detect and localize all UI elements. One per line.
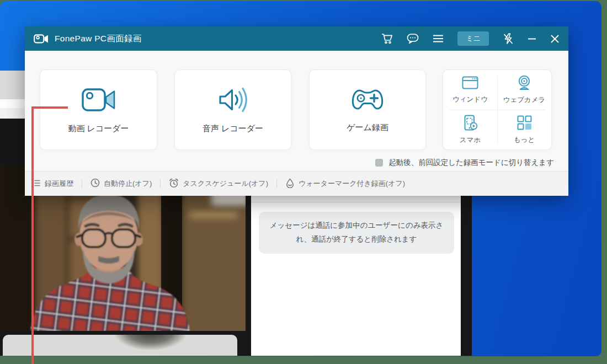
audio-recorder-card[interactable]: 音声 レコーダー xyxy=(174,69,291,150)
video-camera-icon xyxy=(81,86,117,116)
speaker-icon xyxy=(217,86,249,116)
chat-bubble-icon[interactable] xyxy=(407,33,419,44)
mode-label: ウェブカメラ xyxy=(503,95,546,105)
clock-icon xyxy=(90,178,100,189)
card-label: 動画 レコーダー xyxy=(68,124,129,134)
screen: メッセージは通話に参加中のユーザーにのみ表示され、通話が終了すると削除されます … xyxy=(0,0,607,364)
chat-panel-divider xyxy=(251,202,461,202)
game-recorder-card[interactable]: ゲーム録画 xyxy=(309,69,426,150)
menu-icon[interactable] xyxy=(433,34,444,43)
phone-recorder-mode[interactable]: スマホ xyxy=(443,110,497,149)
toolbar-separator xyxy=(276,179,277,188)
toolbar-separator xyxy=(160,179,161,188)
water-drop-icon xyxy=(285,178,295,190)
main-content: 動画 レコーダー 音声 レコーダー xyxy=(25,51,568,171)
window-recorder-mode[interactable]: ウィンドウ xyxy=(443,70,497,110)
mode-label: スマホ xyxy=(460,136,481,145)
tool-label: 自動停止(オフ) xyxy=(104,179,152,189)
titlebar: FonePaw PC画面録画 xyxy=(25,26,568,51)
more-modes-panel: ウィンドウ ウェブカメラ xyxy=(443,69,552,150)
participant-thumbnail xyxy=(3,335,237,356)
task-schedule-button[interactable]: タスクスケジュール(オフ) xyxy=(169,178,268,190)
gamepad-icon xyxy=(350,87,385,115)
chat-notice: メッセージは通話に参加中のユーザーにのみ表示され、通話が終了すると削除されます xyxy=(259,212,454,254)
close-icon[interactable] xyxy=(550,34,560,44)
restore-mode-option: 起動後、前回設定した録画モードに切り替えます xyxy=(375,158,554,168)
card-label: 音声 レコーダー xyxy=(203,124,263,134)
more-tools-mode[interactable]: もっと xyxy=(497,110,551,149)
panel-divider-horizontal xyxy=(449,110,545,110)
video-recorder-card[interactable]: 動画 レコーダー xyxy=(40,69,157,150)
tool-label: 録画履歴 xyxy=(45,179,73,189)
mode-label: ウィンドウ xyxy=(452,95,488,104)
watermark-recording-button[interactable]: ウォーターマーク付き録画(オフ) xyxy=(285,178,405,190)
window-icon xyxy=(462,76,478,92)
bottom-toolbar: 録画履歴 自動停止(オフ) xyxy=(25,171,568,196)
more-grid-icon xyxy=(517,115,532,132)
toolbar-separator xyxy=(82,179,82,188)
mode-label: もっと xyxy=(514,135,535,144)
webcam-recorder-mode[interactable]: ウェブカメラ xyxy=(497,70,551,110)
restore-mode-checkbox[interactable] xyxy=(375,159,383,167)
cart-icon[interactable] xyxy=(381,33,393,44)
minimize-icon[interactable] xyxy=(528,34,536,43)
webcam-icon xyxy=(517,75,532,93)
annotation-line-horizontal xyxy=(31,106,68,109)
alarm-clock-icon xyxy=(169,178,179,190)
restore-mode-label: 起動後、前回設定した録画モードに切り替えます xyxy=(388,158,554,168)
auto-stop-button[interactable]: 自動停止(オフ) xyxy=(90,178,152,189)
annotation-line-vertical xyxy=(31,106,34,364)
mini-mode-button[interactable]: ミニ xyxy=(457,31,489,46)
window-title: FonePaw PC画面録画 xyxy=(55,33,142,45)
chat-panel: メッセージは通話に参加中のユーザーにのみ表示され、通話が終了すると削除されます xyxy=(251,194,461,356)
fonepaw-window: FonePaw PC画面録画 xyxy=(25,26,568,196)
lightning-off-icon[interactable] xyxy=(503,33,514,44)
tool-label: タスクスケジュール(オフ) xyxy=(183,179,268,189)
smartphone-icon xyxy=(462,115,478,133)
tool-label: ウォーターマーク付き録画(オフ) xyxy=(299,179,405,189)
app-logo-icon xyxy=(34,33,49,45)
recording-history-button[interactable]: 録画履歴 xyxy=(31,179,73,189)
card-label: ゲーム録画 xyxy=(347,122,388,133)
